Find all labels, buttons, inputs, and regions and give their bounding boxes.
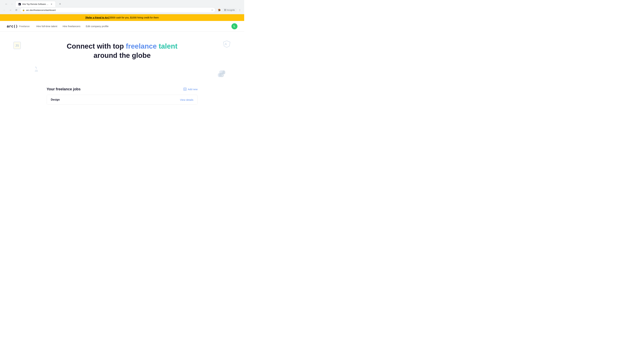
nav-links: Hire full-time talent Hire freelancers E… [36,23,232,29]
svg-point-4 [220,71,221,72]
hero-title-part2: around the globe [94,51,151,59]
hero-title-space [157,42,159,50]
browser-forward-button[interactable]: → [8,8,13,12]
browser-menu-button[interactable]: ⋮ [238,8,242,12]
url-bar[interactable]: 🔒 arc.dev/freelancers/dashboard ☆ [20,7,216,13]
back-nav-icon[interactable]: ← [4,2,9,6]
tab-close-button[interactable]: ✕ [50,3,53,5]
address-bar: ← → ⟳ 🔒 arc.dev/freelancers/dashboard ☆ … [0,7,244,14]
forward-nav-icon[interactable]: → [10,2,14,6]
bookmark-icon: ☆ [211,9,213,11]
browser-back-button[interactable]: ← [2,8,7,12]
browser-actions: 🪤 🆧 Incognito ⋮ [217,8,242,12]
banner-text: $500 cash for you, $1000 hiring credit f… [110,16,159,19]
hero-title-highlight2: talent [159,42,178,50]
svg-text:a: a [19,3,20,5]
tab-favicon: a [18,3,21,5]
job-row: Design View details [47,95,198,105]
browser-reload-button[interactable]: ⟳ [14,8,19,12]
refer-link[interactable]: [Refer a friend to Arc] [86,16,110,19]
job-name: Design [51,98,60,101]
add-new-button[interactable]: Add new [184,88,198,91]
main-nav: arc() Freelance Hire full-time talent Hi… [0,21,244,32]
hero-section: JS A Connect with [0,32,244,82]
hero-title-highlight1: freelance [126,42,157,50]
jobs-section-title: Your freelance jobs [46,87,81,91]
nav-hire-fulltime[interactable]: Hire full-time talent [36,23,57,29]
incognito-icon: 🆧 [224,9,226,11]
java-icon [34,65,40,73]
python-icon [217,69,226,79]
incognito-badge[interactable]: 🆧 Incognito [222,8,237,12]
js-icon: JS [14,42,21,49]
incognito-label: Incognito [227,9,235,11]
tab-bar: ← → a Hire Top Remote Software Dev ✕ + [0,0,244,7]
nav-edit-company[interactable]: Edit company profile [86,23,108,29]
hero-title: Connect with top freelance talent around… [64,42,181,60]
page-content: [Refer a friend to Arc] $500 cash for yo… [0,14,244,110]
extensions-icon[interactable]: 🪤 [217,8,222,12]
jobs-header: Your freelance jobs Add new [46,87,198,91]
add-new-label: Add new [188,88,198,91]
hero-title-part1: Connect with top [67,42,126,50]
svg-text:A: A [225,42,227,46]
logo[interactable]: arc() Freelance [7,24,30,28]
svg-point-5 [222,75,223,76]
jobs-section: Your freelance jobs Add new Design View … [43,82,201,110]
logo-label: Freelance [19,25,30,28]
user-avatar[interactable]: L [232,23,238,29]
view-details-button[interactable]: View details [180,98,193,101]
logo-arc-text: arc() [7,24,18,28]
jobs-list: Design View details [46,95,198,105]
new-tab-button[interactable]: + [58,2,62,6]
active-tab[interactable]: a Hire Top Remote Software Dev ✕ [16,1,56,7]
angular-icon: A [223,40,231,48]
url-text: arc.dev/freelancers/dashboard [26,9,210,11]
add-new-icon [184,88,186,91]
lock-icon: 🔒 [22,9,25,11]
promo-banner: [Refer a friend to Arc] $500 cash for yo… [0,14,244,21]
nav-hire-freelancers[interactable]: Hire freelancers [63,23,80,29]
browser-chrome: ← → a Hire Top Remote Software Dev ✕ + ←… [0,0,244,14]
tab-title: Hire Top Remote Software Dev [22,3,49,5]
